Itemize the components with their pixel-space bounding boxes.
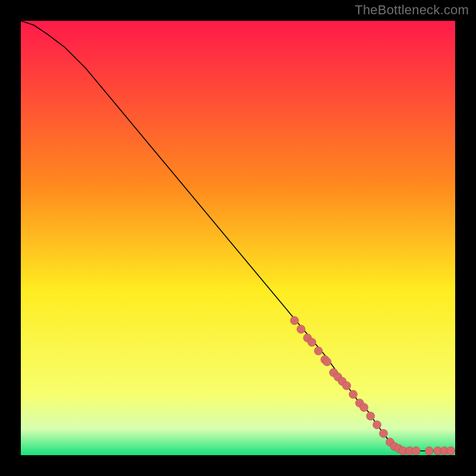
highlight-dot <box>380 430 388 438</box>
highlight-dot <box>297 325 305 333</box>
highlight-dot <box>373 421 381 429</box>
highlight-dot <box>412 447 420 455</box>
highlight-dot <box>425 447 433 455</box>
highlight-dot <box>343 381 351 390</box>
highlight-dot <box>360 403 368 412</box>
chart-svg <box>21 21 455 455</box>
highlight-dot <box>290 317 299 325</box>
highlight-dot <box>447 447 455 455</box>
chart-background-gradient <box>21 21 455 455</box>
watermark-text: TheBottleneck.com <box>355 2 469 18</box>
highlight-dot <box>323 358 331 366</box>
chart-plot-area <box>21 21 455 455</box>
highlight-dot <box>314 347 322 355</box>
highlight-dot <box>367 412 375 420</box>
highlight-dot <box>349 390 358 399</box>
highlight-dot <box>308 338 316 346</box>
chart-frame: TheBottleneck.com <box>0 0 476 476</box>
